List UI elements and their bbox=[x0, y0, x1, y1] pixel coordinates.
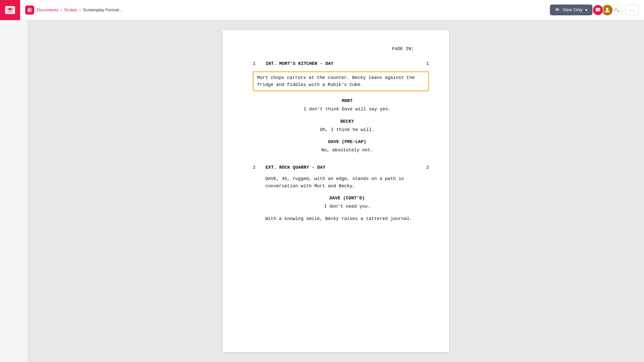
scene2-heading-row: 2 EXT. ROCK QUARRY - DAY 2 bbox=[253, 164, 429, 171]
dialogue-mort: I don't think Dave will say yes. bbox=[265, 106, 429, 113]
scene1-number-left: 1 bbox=[253, 60, 256, 67]
scene2-heading: EXT. ROCK QUARRY - DAY bbox=[266, 164, 421, 171]
scene2-number-right: 2 bbox=[426, 164, 429, 171]
character-dave-prelap: DAVE (PRE-LAP) bbox=[265, 138, 429, 146]
screenplay-content: FADE IN: 1 INT. MORT'S KITCHEN - DAY 1 M… bbox=[253, 45, 429, 222]
chevron-down-icon: ▾ bbox=[585, 7, 587, 13]
svg-rect-6 bbox=[28, 11, 31, 11]
dialogue-dave-prelap: No, absolutely not. bbox=[265, 147, 429, 154]
screenplay-page: FADE IN: 1 INT. MORT'S KITCHEN - DAY 1 M… bbox=[223, 30, 449, 352]
avatar-chat-icon[interactable] bbox=[592, 5, 603, 16]
header: Documents › Scripts › Screenplay Format … bbox=[0, 0, 644, 20]
sidebar bbox=[0, 20, 28, 362]
breadcrumb-current: Screenplay Format .. bbox=[83, 8, 123, 13]
scene1-action-highlighted: Mort chops carrots at the counter. Becky… bbox=[253, 71, 429, 92]
svg-point-8 bbox=[606, 8, 609, 10]
character-dave-contd: DAVE (CONT'D) bbox=[265, 195, 429, 202]
scene1-number-right: 1 bbox=[426, 60, 429, 67]
breadcrumb-scripts[interactable]: Scripts bbox=[64, 8, 77, 13]
svg-rect-2 bbox=[8, 12, 13, 12]
breadcrumb-documents[interactable]: Documents bbox=[37, 8, 58, 13]
breadcrumb: Documents › Scripts › Screenplay Format … bbox=[37, 8, 545, 13]
view-only-button[interactable]: 👁 View Only ▾ bbox=[550, 5, 593, 15]
character-becky: BECKY bbox=[265, 118, 429, 125]
dialogue-dave-contd: I don't need you. bbox=[265, 203, 429, 210]
scene1-heading-row: 1 INT. MORT'S KITCHEN - DAY 1 bbox=[253, 60, 429, 67]
avatar-group bbox=[592, 4, 622, 16]
scene2-number-left: 2 bbox=[253, 164, 256, 171]
dialogue-becky: Oh, I think he will. bbox=[265, 126, 429, 133]
character-mort: MORT bbox=[265, 97, 429, 105]
doc-icon bbox=[25, 6, 34, 15]
breadcrumb-sep-1: › bbox=[60, 8, 63, 13]
fade-in: FADE IN: bbox=[253, 45, 429, 53]
scene1-heading: INT. MORT'S KITCHEN - DAY bbox=[266, 60, 421, 67]
view-only-label: View Only bbox=[562, 7, 583, 13]
svg-point-1 bbox=[9, 9, 11, 11]
breadcrumb-sep-2: › bbox=[79, 8, 82, 13]
header-right: ··· bbox=[592, 4, 639, 16]
more-options-button[interactable]: ··· bbox=[625, 5, 639, 15]
main-content: FADE IN: 1 INT. MORT'S KITCHEN - DAY 1 M… bbox=[28, 20, 644, 362]
scene2-action2: With a knowing smile, Becky raises a tat… bbox=[265, 215, 429, 222]
svg-rect-5 bbox=[28, 10, 30, 10]
scene2-action: DAVE, 45, rugged, with an edge, stands o… bbox=[265, 175, 429, 190]
app-logo[interactable] bbox=[0, 0, 20, 20]
svg-rect-4 bbox=[28, 9, 31, 9]
svg-point-9 bbox=[615, 8, 617, 10]
eye-icon: 👁 bbox=[555, 7, 560, 13]
